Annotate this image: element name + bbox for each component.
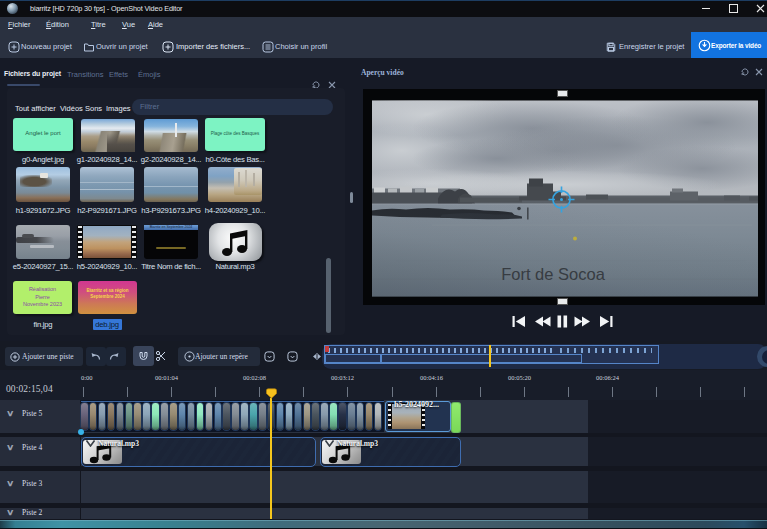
svg-text:Fort de Socoa: Fort de Socoa — [501, 265, 605, 283]
